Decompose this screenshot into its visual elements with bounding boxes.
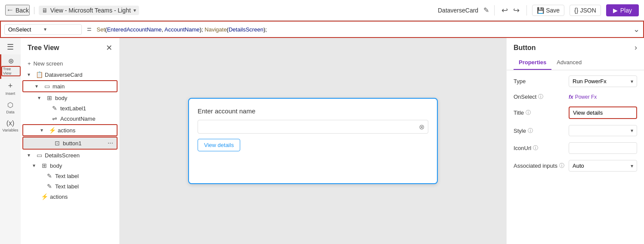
- edit-icon[interactable]: ✎: [483, 6, 489, 14]
- tree-icon-textlabel-ds2: ✎: [46, 183, 53, 190]
- associated-inputs-select[interactable]: Auto ▾: [569, 160, 637, 172]
- json-button[interactable]: {} JSON: [570, 5, 601, 16]
- prop-label-type-text: Type: [514, 78, 526, 84]
- formula-expand-button[interactable]: ⌄: [633, 25, 640, 34]
- onselect-fx-value[interactable]: fx Power Fx: [569, 94, 637, 100]
- tree-arrow-main: ▾: [35, 83, 41, 89]
- tree-label-button1: button1: [63, 140, 106, 147]
- tree-label-body2: body: [50, 163, 116, 169]
- tree-item-dataversecard[interactable]: ▾ 📋 DataverseCard: [21, 69, 119, 80]
- view-selector[interactable]: 🖥 View - Microsoft Teams - Light ▾: [39, 6, 139, 15]
- redo-button[interactable]: ↪: [511, 5, 521, 16]
- tree-item-body2[interactable]: ▾ ⊞ body: [21, 160, 119, 171]
- sidebar-hamburger[interactable]: ☰: [0, 40, 21, 54]
- formula-arg1: EnteredAccountName: [107, 26, 161, 33]
- treeview-label: Tree View: [1, 66, 21, 76]
- save-button[interactable]: 💾 Save: [532, 5, 564, 16]
- divider1: |: [33, 6, 35, 15]
- tree-item-textlabel-ds1[interactable]: ✎ Text label: [21, 171, 119, 181]
- tree-item-button1[interactable]: ⊡ button1 ···: [22, 137, 118, 150]
- associated-inputs-chevron-icon: ▾: [631, 163, 633, 169]
- tab-properties-label: Properties: [519, 59, 546, 66]
- right-expand-button[interactable]: ›: [635, 43, 637, 52]
- card-input-field[interactable]: ⊗: [198, 120, 428, 134]
- tree-item-textlabel-ds2[interactable]: ✎ Text label: [21, 181, 119, 191]
- sidebar-item-treeview[interactable]: ⊛ Tree View: [0, 54, 21, 79]
- iconurl-info-icon[interactable]: ⓘ: [533, 144, 538, 152]
- tree-icon-main: ▭: [43, 83, 51, 90]
- sidebar-item-data[interactable]: ⬡ Data: [0, 98, 21, 117]
- tree-item-actions1[interactable]: ▾ ⚡ actions: [22, 124, 118, 136]
- prop-label-associated-inputs-text: Associated inputs: [514, 163, 557, 169]
- tree-item-textlabel1[interactable]: ✎ textLabel1: [21, 103, 119, 113]
- formula-navigate-fn: Navigate: [204, 26, 226, 33]
- tree-item-body1[interactable]: ▾ ⊞ body: [21, 93, 119, 103]
- tree-item-actions2[interactable]: ⚡ actions: [21, 191, 119, 202]
- type-chevron-icon: ▾: [631, 78, 633, 84]
- back-arrow-icon: ←: [6, 6, 14, 15]
- tree-arrow-actions1: ▾: [40, 127, 46, 133]
- new-screen-label: New screen: [34, 60, 63, 67]
- formula-expression[interactable]: Set(EnteredAccountName, AccountName); Na…: [97, 26, 630, 33]
- tree-label-accountname: AccountName: [60, 116, 116, 122]
- play-button[interactable]: ▶ Play: [606, 4, 639, 16]
- tree-item-main[interactable]: ▾ ▭ main: [22, 80, 118, 92]
- back-button[interactable]: ← Back: [5, 5, 30, 16]
- tree-label-actions2: actions: [50, 194, 116, 200]
- tab-properties[interactable]: Properties: [514, 56, 551, 70]
- style-select[interactable]: ▾: [569, 125, 637, 136]
- right-panel-header: Button ›: [507, 38, 644, 52]
- separator2: [526, 5, 527, 16]
- tree-label-body1: body: [55, 95, 116, 101]
- card-view-details-button[interactable]: View details: [198, 139, 240, 151]
- prop-row-type: Type Run PowerFx ▾: [514, 75, 637, 87]
- back-label: Back: [15, 7, 29, 14]
- prop-label-associated-inputs: Associated inputs ⓘ: [514, 162, 565, 169]
- tree-label-textlabel-ds1: Text label: [55, 173, 116, 179]
- style-chevron-icon: ▾: [631, 128, 633, 134]
- insert-icon: +: [8, 81, 13, 91]
- formula-property-value: OnSelect: [8, 26, 42, 33]
- tree-item-detailsscreen[interactable]: ▾ ▭ DetailsScreen: [21, 150, 119, 160]
- title-info-icon[interactable]: ⓘ: [526, 109, 531, 116]
- tree-icon-textlabel-ds1: ✎: [46, 172, 53, 179]
- title-input[interactable]: [569, 106, 637, 119]
- tree-label-textlabel1: textLabel1: [60, 105, 116, 112]
- tree-icon-body1: ⊞: [46, 94, 53, 101]
- left-sidebar: ☰ ⊛ Tree View + Insert ⬡ Data (x) Variab…: [0, 38, 21, 244]
- insert-label: Insert: [6, 91, 15, 96]
- treeview-icon: ⊛: [8, 57, 14, 65]
- top-bar-left: ← Back | 🖥 View - Microsoft Teams - Ligh…: [5, 5, 139, 16]
- variables-label: Variables: [3, 128, 19, 132]
- undo-redo-group: ↩ ↪: [500, 5, 521, 16]
- tree-icon-actions1: ⚡: [48, 127, 56, 134]
- onselect-info-icon[interactable]: ⓘ: [538, 93, 543, 100]
- sidebar-item-variables[interactable]: (x) Variables: [0, 117, 21, 135]
- card-input-clear-icon[interactable]: ⊗: [419, 123, 424, 131]
- associated-inputs-select-value: Auto: [573, 163, 584, 169]
- formula-property-chevron: ▾: [44, 26, 78, 32]
- tree-more-button1[interactable]: ···: [108, 139, 113, 147]
- type-select[interactable]: Run PowerFx ▾: [569, 75, 637, 87]
- tree-close-button[interactable]: ✕: [106, 43, 112, 53]
- view-label-text: View - Microsoft Teams - Light: [50, 7, 131, 14]
- tree-label-main: main: [53, 83, 113, 90]
- tree-arrow-dataversecard: ▾: [28, 72, 34, 78]
- style-info-icon[interactable]: ⓘ: [528, 127, 533, 135]
- canvas-area: Enter account name ⊗ View details: [120, 38, 506, 244]
- prop-label-style: Style ⓘ: [514, 127, 565, 135]
- formula-property-selector[interactable]: OnSelect ▾: [4, 24, 82, 35]
- formula-code: Set(EnteredAccountName, AccountName); Na…: [97, 26, 267, 33]
- prop-row-onselect: OnSelect ⓘ fx Power Fx: [514, 93, 637, 100]
- formula-set-fn: Set: [97, 26, 105, 33]
- associated-inputs-info-icon[interactable]: ⓘ: [559, 162, 564, 169]
- right-panel-content: Type Run PowerFx ▾ OnSelect ⓘ fx: [507, 70, 644, 244]
- card-preview: Enter account name ⊗ View details: [188, 98, 438, 184]
- save-label: Save: [546, 7, 560, 14]
- tab-advanced[interactable]: Advanced: [551, 56, 587, 70]
- tree-item-accountname[interactable]: ⇌ AccountName: [21, 113, 119, 124]
- iconurl-input[interactable]: [569, 142, 637, 154]
- sidebar-item-insert[interactable]: + Insert: [0, 79, 21, 98]
- new-screen-button[interactable]: + New screen: [21, 58, 119, 69]
- undo-button[interactable]: ↩: [500, 5, 510, 16]
